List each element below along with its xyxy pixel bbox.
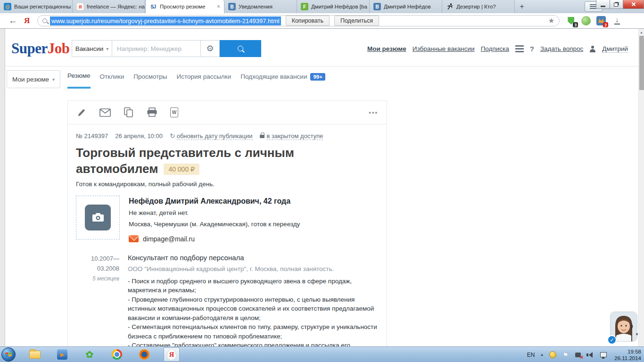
network-icon[interactable] (600, 351, 607, 359)
superjob-header: SuperJob Вакансии ▾ ⚙ Мои резюме Избранн… (6, 30, 638, 66)
start-button[interactable] (1, 347, 16, 362)
date-to: 03.2008 (76, 263, 119, 273)
update-error-icon[interactable] (574, 351, 582, 359)
nav-my-resumes-link[interactable]: Мои резюме (367, 45, 406, 52)
tab-resume-view-active[interactable]: SJ Просмотр резюме × (145, 0, 224, 13)
tab-label: Ваши регистрационны (14, 4, 72, 9)
edit-pencil-icon[interactable] (76, 107, 87, 118)
resume-publish-date: 26 апреля, 10:00 (115, 132, 163, 140)
scroll-up-arrow[interactable]: ▲ (639, 29, 644, 34)
tab-mailru-registration[interactable]: @ Ваши регистрационны (0, 0, 73, 13)
tab-resume[interactable]: Резюме (67, 72, 91, 89)
share-url-button[interactable]: Поделиться (334, 16, 379, 26)
nav-subscription-link[interactable]: Подписка (481, 45, 509, 52)
location-line: Москва, Черемушки (м. Академическая), го… (129, 221, 300, 228)
experience-bullet: - Сегментация потенциальных клиентов по … (128, 322, 379, 341)
tray-expand-arrow[interactable]: ▲ (540, 353, 544, 357)
back-button[interactable]: ← (8, 16, 17, 26)
my-resumes-dropdown[interactable]: Мои резюме ▾ (7, 70, 60, 88)
search-category-select[interactable]: Вакансии ▾ (72, 40, 112, 57)
resume-title: Торговый представитель с личным автомоби… (76, 145, 371, 177)
bookmark-star-icon[interactable]: ★ (548, 16, 554, 25)
ask-question-link[interactable]: Задать вопрос (540, 45, 583, 52)
email-row: dimpage@mail.ru (129, 235, 300, 243)
chevron-down-icon: ▾ (106, 46, 108, 51)
update-publish-date-link[interactable]: ↻обновить дату публикации (170, 132, 253, 140)
downloads-icon[interactable] (613, 17, 621, 25)
browser-tab-bar: @ Ваши регистрационны Я freelance — Янде… (0, 0, 644, 13)
resume-meta-row: № 2149397 26 апреля, 10:00 ↻обновить дат… (76, 132, 379, 140)
tab-matching-vacancies[interactable]: Подходящие вакансии 99+ (240, 72, 325, 89)
taskbar-explorer-icon[interactable] (27, 347, 43, 362)
send-envelope-icon[interactable] (99, 108, 111, 117)
duplicate-copy-icon[interactable] (124, 107, 134, 118)
duration: 5 месяцев (76, 274, 119, 284)
print-icon[interactable] (147, 107, 157, 117)
tab-nefedov-vk[interactable]: В Дмитрий Нефёдов (370, 0, 442, 13)
camera-icon (85, 205, 111, 230)
taskbar-icq-icon[interactable]: ✿ (82, 347, 98, 362)
vk-icon: В (228, 3, 236, 10)
url-input[interactable]: www.superjob.ru/resume/torgovyj-predstav… (37, 15, 560, 26)
experience-dates: 10.2007— 03.2008 5 месяцев (76, 254, 119, 360)
vacancy-search-group: Вакансии ▾ ⚙ (72, 40, 261, 57)
advanced-search-gear-icon[interactable]: ⚙ (201, 40, 220, 57)
vacancies-count-badge: 99+ (310, 73, 325, 81)
photo-placeholder[interactable] (76, 196, 120, 239)
tab-label: Уведомления (239, 4, 297, 9)
tab-label: Дмитрий Нефёдов [ba (311, 4, 369, 9)
tab-dezertir[interactable]: Дезертир | Кто? (442, 0, 515, 13)
taskbar-chrome-icon[interactable] (109, 347, 125, 362)
clock[interactable]: 19:58 26.11.2014 (614, 348, 641, 362)
tab-responses[interactable]: Отклики (100, 72, 124, 89)
tab-freelance-yandex[interactable]: Я freelance — Яндекс: на (73, 0, 145, 13)
tab-notifications[interactable]: В Уведомления (224, 0, 297, 13)
more-actions-icon[interactable]: ••• (369, 109, 378, 116)
tab-close-icon[interactable]: × (217, 3, 220, 10)
family-status: Не женат, детей нет. (129, 209, 300, 216)
extension-icons: 3 2 (566, 16, 606, 25)
company-line: ООО "Инновационный кадровый центр", г. М… (128, 265, 379, 272)
access-status-link[interactable]: в закрытом доступе (260, 132, 323, 140)
search-icon (42, 18, 47, 23)
antivirus-shield-icon[interactable]: 3 (566, 16, 576, 25)
window-close-button[interactable] (623, 0, 644, 9)
taskbar-yandex-browser-active[interactable]: Я (164, 347, 180, 362)
hamburger-menu-icon[interactable] (515, 45, 524, 52)
mailru-at-icon: @ (4, 3, 11, 10)
taskbar-media-player-icon[interactable]: ▶ (54, 347, 70, 362)
taskbar-firefox-icon[interactable] (136, 347, 152, 362)
email-address[interactable]: dimpage@mail.ru (143, 235, 195, 243)
word-document-icon[interactable]: W (170, 107, 178, 117)
new-tab-button[interactable]: + (515, 1, 529, 12)
scrollbar-thumb[interactable] (639, 36, 644, 90)
position-title: Консультант по подбору персонала (128, 254, 379, 262)
window-minimize-button[interactable] (596, 0, 610, 9)
person-info: Нефёдов Дмитрий Александрович, 42 года Н… (129, 196, 300, 243)
language-indicator[interactable]: EN (527, 352, 535, 358)
tray-time: 19:58 (614, 348, 641, 355)
search-input[interactable] (112, 40, 201, 57)
action-center-flag-icon[interactable]: ⚑ (561, 351, 569, 359)
adguard-icon[interactable] (581, 16, 591, 25)
resume-subnav: Мои резюме ▾ Резюме Отклики Просмотры Ис… (6, 70, 638, 92)
person-block: Нефёдов Дмитрий Александрович, 42 года Н… (76, 196, 379, 243)
yandex-logo-icon[interactable]: Я (24, 16, 30, 25)
tab-views[interactable]: Просмотры (133, 72, 167, 89)
window-restore-button[interactable] (610, 0, 623, 9)
superjob-logo[interactable]: SuperJob (11, 40, 70, 57)
page-scrollbar[interactable]: ▲ (638, 29, 644, 347)
chevron-down-icon: ▾ (52, 77, 55, 82)
volume-icon[interactable] (587, 351, 594, 359)
copy-url-button[interactable]: Копировать (286, 16, 330, 26)
tab-mailing-history[interactable]: История рассылки (177, 72, 231, 89)
nav-favorite-vacancies-link[interactable]: Избранные вакансии (413, 45, 475, 52)
search-button[interactable] (220, 40, 261, 57)
messenger-icon[interactable]: 2 (596, 16, 606, 25)
page-left-margin (0, 29, 5, 347)
tab-nefedov-f[interactable]: F Дмитрий Нефёдов [ba (297, 0, 370, 13)
experience-block: 10.2007— 03.2008 5 месяцев Консультант п… (76, 254, 379, 360)
qip-tray-icon[interactable] (549, 351, 556, 359)
user-name-link[interactable]: Дмитрий (602, 45, 628, 53)
email-envelope-icon (129, 235, 139, 242)
